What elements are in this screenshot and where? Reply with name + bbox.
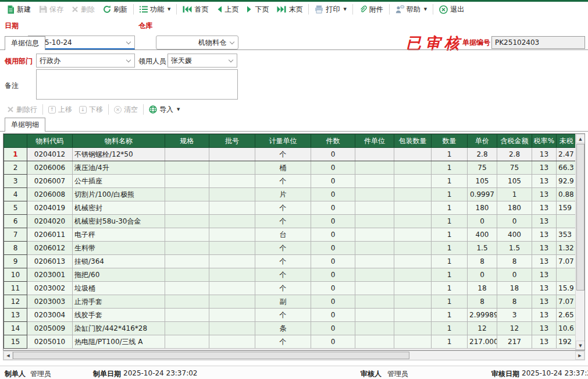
cell[interactable]: 13 <box>532 309 557 322</box>
cell[interactable]: 3 <box>497 309 532 322</box>
cell[interactable]: 66.3 <box>557 161 577 175</box>
cell[interactable]: 1 <box>432 228 468 242</box>
vertical-scrollbar[interactable]: ▲ ▼ <box>575 134 585 350</box>
cell[interactable]: 不锈钢螺栓/12*50 <box>73 148 165 161</box>
cell[interactable]: 0206006 <box>27 161 73 175</box>
cell[interactable]: 159 <box>557 201 577 215</box>
cell[interactable] <box>355 268 394 282</box>
attachment-button[interactable]: 附件 <box>355 3 387 16</box>
move-up-button[interactable]: ↑ 上移 <box>45 104 76 116</box>
cell[interactable] <box>165 322 209 335</box>
cell[interactable]: 0203001 <box>27 268 73 282</box>
cell[interactable]: 公牛插座 <box>73 175 165 188</box>
row-number-cell[interactable]: 9 <box>4 255 27 268</box>
cell[interactable]: 13 <box>532 161 557 175</box>
cell[interactable]: 热电阻/PT100/三线 A <box>73 335 165 349</box>
cell[interactable] <box>394 148 432 161</box>
cell[interactable] <box>355 282 394 295</box>
cell[interactable]: 1 <box>432 161 468 175</box>
person-combobox[interactable]: 张天媛 <box>168 54 237 68</box>
cell[interactable] <box>394 335 432 349</box>
column-header[interactable]: 计量单位 <box>255 134 311 148</box>
cell[interactable]: 1 <box>432 255 468 268</box>
cell[interactable] <box>209 228 255 242</box>
tab-document-info[interactable]: 单据信息 <box>5 36 45 50</box>
cell[interactable] <box>165 255 209 268</box>
cell[interactable]: 13 <box>532 282 557 295</box>
cell[interactable]: 0 <box>311 161 355 175</box>
scroll-up-button[interactable]: ▲ <box>576 134 585 143</box>
cell[interactable] <box>394 201 432 215</box>
docno-field[interactable]: PK25102403 <box>491 36 585 49</box>
row-number-cell[interactable]: 13 <box>4 309 27 322</box>
cell[interactable]: 0203004 <box>27 309 73 322</box>
cell[interactable] <box>209 295 255 309</box>
next-page-button[interactable]: 下页 <box>243 3 273 16</box>
cell[interactable] <box>165 282 209 295</box>
cell[interactable]: 0204012 <box>27 148 73 161</box>
row-number-cell[interactable]: 15 <box>4 335 27 349</box>
cell[interactable]: 15.9 <box>557 282 577 295</box>
cell[interactable] <box>165 268 209 282</box>
column-header[interactable]: 未税 <box>557 134 577 148</box>
row-number-cell[interactable]: 10 <box>4 268 27 282</box>
cell[interactable] <box>209 309 255 322</box>
cell[interactable] <box>355 242 394 255</box>
cell[interactable]: 13 <box>532 268 557 282</box>
cell[interactable] <box>209 335 255 349</box>
cell[interactable]: 台 <box>255 228 311 242</box>
cell[interactable]: 0 <box>311 295 355 309</box>
cell[interactable]: 0205009 <box>27 322 73 335</box>
cell[interactable] <box>209 215 255 228</box>
cell[interactable] <box>394 309 432 322</box>
cell[interactable]: 13 <box>532 335 557 349</box>
cell[interactable]: 0 <box>497 215 532 228</box>
cell[interactable]: 0204019 <box>27 201 73 215</box>
cell[interactable]: 0.88 <box>557 188 577 201</box>
cell[interactable]: 0 <box>311 309 355 322</box>
cell[interactable]: 10.6 <box>557 322 577 335</box>
cell[interactable]: 1 <box>432 201 468 215</box>
cell[interactable]: 13 <box>532 201 557 215</box>
cell[interactable]: 13 <box>532 188 557 201</box>
delete-button[interactable]: 删除 <box>67 3 99 16</box>
cell[interactable]: 生料带 <box>73 242 165 255</box>
tab-document-detail[interactable]: 单据明细 <box>5 118 45 132</box>
cell[interactable]: 0 <box>311 255 355 268</box>
cell[interactable]: 2.8 <box>497 148 532 161</box>
cell[interactable]: 个 <box>255 335 311 349</box>
cell[interactable]: 副 <box>255 295 311 309</box>
cell[interactable] <box>165 295 209 309</box>
cell[interactable]: 个 <box>255 175 311 188</box>
cell[interactable] <box>355 148 394 161</box>
cell[interactable] <box>394 161 432 175</box>
refresh-button[interactable]: 刷新 <box>99 3 131 16</box>
row-number-cell[interactable]: 4 <box>4 188 27 201</box>
cell[interactable]: 353 <box>557 228 577 242</box>
cell[interactable]: 8 <box>468 295 497 309</box>
cell[interactable] <box>394 228 432 242</box>
cell[interactable]: 0 <box>311 242 355 255</box>
exit-button[interactable]: 退出 <box>435 3 468 16</box>
horizontal-scroll-thumb[interactable] <box>13 352 409 359</box>
cell[interactable]: 个 <box>255 255 311 268</box>
cell[interactable]: 1.5 <box>497 242 532 255</box>
cell[interactable]: 个 <box>255 282 311 295</box>
column-header[interactable]: 物料代码 <box>27 134 73 148</box>
cell[interactable] <box>209 161 255 175</box>
cell[interactable]: 75 <box>468 161 497 175</box>
vertical-scroll-thumb[interactable] <box>576 144 585 291</box>
cell[interactable]: 桶 <box>255 161 311 175</box>
cell[interactable]: 217 <box>497 335 532 349</box>
import-button[interactable]: 导入 ▼ <box>145 104 183 116</box>
cell[interactable]: 0206012 <box>27 242 73 255</box>
horizontal-scrollbar[interactable]: ◀ ▶ <box>3 350 585 360</box>
warehouse-combobox[interactable]: 机物料仓 <box>156 36 238 49</box>
cell[interactable]: 个 <box>255 242 311 255</box>
cell[interactable]: 染缸门胶/442*416*28 <box>73 322 165 335</box>
cell[interactable]: 92.9 <box>557 175 577 188</box>
cell[interactable]: 1 <box>432 148 468 161</box>
cell[interactable]: 0 <box>311 215 355 228</box>
cell[interactable]: 0 <box>311 201 355 215</box>
cell[interactable]: 1 <box>432 175 468 188</box>
